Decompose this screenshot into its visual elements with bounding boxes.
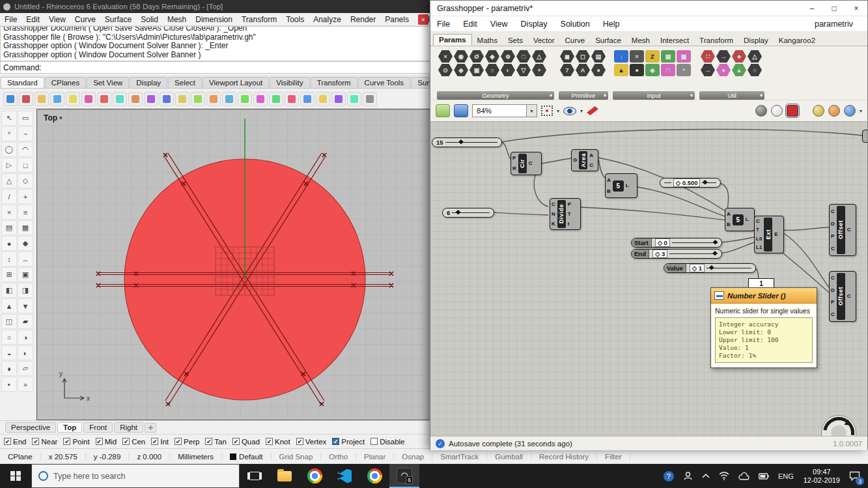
sidebar-tool-icon[interactable] [18, 314, 33, 329]
sidebar-tool-icon[interactable] [18, 126, 33, 141]
toolbar-tab-setview[interactable]: Set View [87, 77, 129, 88]
toolbar-icon[interactable] [238, 92, 252, 106]
viewport-tab-top[interactable]: Top [57, 422, 82, 433]
number-slider[interactable]: 15 [432, 137, 502, 147]
add-viewport-icon[interactable]: ✛ [145, 423, 156, 433]
offset-component[interactable]: CDPC Offset C [829, 271, 856, 322]
toolbar-icon[interactable] [316, 92, 330, 106]
preview-wire-icon[interactable] [771, 105, 783, 117]
menu-surface[interactable]: Surface [100, 13, 136, 26]
status-filter[interactable]: Filter [597, 453, 630, 461]
component-icon[interactable]: ∷ [701, 50, 715, 63]
status-layer[interactable]: Default [222, 453, 271, 461]
component-icon[interactable]: ▲ [614, 64, 628, 76]
toolbar-icon[interactable] [3, 92, 18, 106]
component-icon[interactable]: ◆ [645, 64, 660, 76]
preview-off-icon[interactable] [755, 105, 767, 117]
toolbar-icon[interactable] [363, 92, 377, 106]
toolbar-icon[interactable] [81, 92, 96, 106]
battery-button[interactable] [754, 464, 774, 488]
component-icon[interactable]: Ø [469, 50, 484, 63]
component-icon[interactable]: ⊙ [438, 64, 453, 76]
toolbar-icon[interactable] [191, 92, 205, 106]
chrome-button-2[interactable] [359, 464, 389, 488]
status-cplane[interactable]: CPlane [0, 453, 41, 461]
sidebar-tool-icon[interactable] [18, 158, 33, 173]
area-component[interactable]: G Area AC [571, 149, 598, 171]
display-mode-icon[interactable] [813, 105, 824, 117]
component-icon[interactable]: ◻ [576, 50, 590, 63]
menu-mesh[interactable]: Mesh [163, 13, 191, 26]
menu-tools[interactable]: Tools [281, 13, 309, 26]
component-icon[interactable]: ◈ [454, 64, 468, 76]
partial-component[interactable] [862, 130, 867, 143]
gh-menu-display[interactable]: Display [514, 20, 554, 29]
close-icon[interactable]: × [845, 1, 867, 16]
toolbar-icon[interactable] [347, 92, 361, 106]
component-icon[interactable]: △ [532, 50, 546, 63]
sidebar-tool-icon[interactable] [1, 345, 17, 360]
component-icon[interactable]: ▩ [677, 50, 691, 63]
offset-component[interactable]: CDPC Offset C [829, 204, 856, 256]
palette-group-label[interactable]: Input▾ [613, 91, 695, 100]
maximize-icon[interactable]: □ [823, 1, 845, 16]
osnap-tan[interactable]: Tan [205, 438, 227, 446]
component-icon[interactable]: Z [645, 50, 660, 63]
close-icon[interactable]: × [418, 14, 428, 25]
sidebar-tool-icon[interactable] [18, 220, 33, 235]
toolbar-icon[interactable] [253, 92, 268, 106]
component-icon[interactable]: ○ [485, 64, 499, 76]
chrome-button[interactable] [300, 464, 329, 488]
component-icon[interactable]: ▽ [516, 64, 531, 76]
menu-edit[interactable]: Edit [21, 13, 44, 26]
sidebar-tool-icon[interactable] [18, 111, 33, 126]
status-grid-snap[interactable]: Grid Snap [272, 453, 322, 461]
sidebar-tool-icon[interactable] [18, 173, 33, 188]
sidebar-tool-icon[interactable] [18, 189, 33, 204]
gh-menu-solution[interactable]: Solution [554, 20, 596, 29]
osnap-near[interactable]: Near [32, 438, 57, 446]
sidebar-tool-icon[interactable] [18, 251, 33, 266]
zoom-select[interactable]: 84% ▾ [472, 104, 537, 117]
toolbar-icon[interactable] [113, 92, 127, 106]
slider-handle[interactable] [703, 179, 707, 185]
component-icon[interactable]: ⊕ [501, 50, 515, 63]
display-mode-icon[interactable] [844, 105, 856, 117]
file-explorer-button[interactable] [270, 464, 300, 488]
tab-display[interactable]: Display [738, 35, 774, 46]
component-icon[interactable]: → [701, 64, 715, 76]
help-button[interactable]: ? [659, 464, 679, 488]
toolbar-icon[interactable] [19, 92, 33, 106]
palette-group-label[interactable]: Util▾ [699, 91, 764, 100]
sidebar-tool-icon[interactable] [1, 111, 17, 126]
component-icon[interactable]: A [576, 64, 590, 76]
action-center-button[interactable]: 3 [845, 464, 868, 488]
gh-document-name[interactable]: parametriv [808, 20, 860, 29]
component-icon[interactable]: △ [748, 50, 762, 63]
osnap-disable[interactable]: Disable [371, 438, 404, 446]
status-gumball[interactable]: Gumball [487, 453, 531, 461]
component-icon[interactable]: ◆ [485, 50, 499, 63]
component-icon[interactable]: ▣ [469, 64, 484, 76]
toolbar-tab-select[interactable]: Select [168, 77, 202, 88]
sidebar-tool-icon[interactable] [1, 314, 17, 329]
sidebar-tool-icon[interactable] [18, 142, 33, 157]
viewport-tab-perspective[interactable]: Perspective [5, 422, 56, 433]
component-icon[interactable]: 7 [560, 64, 574, 76]
status-smarttrack[interactable]: SmartTrack [432, 453, 487, 461]
tab-vector[interactable]: Vector [528, 35, 560, 46]
component-icon[interactable]: ○ [748, 64, 762, 76]
domain-end-slider[interactable]: End 3 [631, 249, 722, 259]
tab-transform[interactable]: Transform [694, 35, 738, 46]
palette-group-label[interactable]: Primitive▾ [559, 91, 608, 100]
sidebar-tool-icon[interactable] [1, 142, 17, 157]
tab-kangaroo2[interactable]: Kangaroo2 [774, 35, 820, 46]
tab-intersect[interactable]: Intersect [655, 35, 694, 46]
status-ortho[interactable]: Ortho [321, 453, 356, 461]
osnap-perp[interactable]: Perp [175, 438, 199, 446]
status-osnap[interactable]: Osnap [394, 453, 432, 461]
canvas-compass[interactable] [821, 415, 856, 436]
component-icon[interactable]: → [716, 50, 731, 63]
sidebar-tool-icon[interactable] [1, 377, 17, 392]
tab-mesh[interactable]: Mesh [626, 35, 655, 46]
